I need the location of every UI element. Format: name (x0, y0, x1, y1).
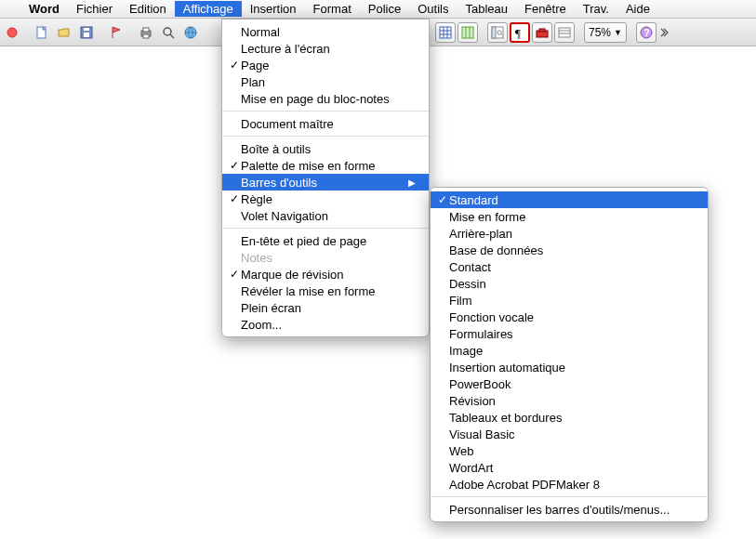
nav-pane-icon[interactable] (487, 22, 508, 43)
affichage-item-volet-navigation[interactable]: Volet Navigation (222, 207, 429, 224)
close-window-icon[interactable] (2, 22, 22, 43)
dropdown-affichage: NormalLecture à l'écran✓PagePlanMise en … (221, 19, 430, 337)
toolbars-item-fonction-vocale[interactable]: Fonction vocale (431, 309, 708, 325)
toolbars-item-mise-en-forme[interactable]: Mise en forme (431, 208, 708, 225)
affichage-item-r-v-ler-la-mise-en-forme[interactable]: Révéler la mise en forme (222, 283, 429, 299)
menu-item-aide[interactable]: Aide (617, 1, 658, 17)
menu-item-trav-[interactable]: Trav. (575, 1, 617, 17)
print-icon[interactable] (136, 22, 156, 43)
toolbars-item-dessin[interactable]: Dessin (431, 275, 708, 292)
toolbars-item-visual-basic[interactable]: Visual Basic (431, 426, 708, 442)
menu-item-label: Adobe Acrobat PDFMaker 8 (449, 478, 695, 492)
toolbars-item-wordart[interactable]: WordArt (431, 459, 708, 476)
affichage-item-document-ma-tre[interactable]: Document maître (222, 115, 429, 132)
menu-item-label: Base de données (449, 243, 695, 257)
menu-item-label: Page (241, 59, 416, 72)
submenu-arrow-icon: ▶ (408, 177, 416, 188)
web-preview-icon[interactable] (180, 22, 201, 43)
affichage-separator (222, 136, 429, 137)
toolbars-item-film[interactable]: Film (431, 292, 708, 309)
menu-item-label: Notes (241, 251, 416, 265)
svg-rect-7 (143, 34, 149, 38)
menu-item-insertion[interactable]: Insertion (242, 1, 305, 17)
affichage-item-plan[interactable]: Plan (222, 73, 429, 90)
affichage-item-plein-cran[interactable]: Plein écran (222, 299, 429, 316)
menu-item-label: Mise en page du bloc-notes (241, 92, 416, 106)
menu-item-word[interactable]: Word (20, 1, 68, 17)
affichage-item-lecture-l-cran[interactable]: Lecture à l'écran (222, 40, 429, 57)
affichage-item-bo-te-outils[interactable]: Boîte à outils (222, 140, 429, 157)
zoom-selector[interactable]: 75% ▼ (584, 22, 627, 43)
svg-rect-20 (492, 27, 496, 38)
affichage-separator (222, 111, 429, 112)
paragraph-marks-icon[interactable]: ¶ (510, 22, 530, 43)
toolbars-item-base-de-donn-es[interactable]: Base de données (431, 242, 708, 258)
toolbars-item-standard[interactable]: ✓Standard (431, 191, 708, 208)
toolbars-separator (431, 496, 708, 497)
menu-item-label: Fonction vocale (449, 310, 695, 324)
menu-item-label: Lecture à l'écran (241, 42, 416, 56)
menu-item-fichier[interactable]: Fichier (68, 1, 121, 17)
toolbars-item-image[interactable]: Image (431, 342, 708, 359)
toolbars-item-adobe-acrobat-pdfmaker-8[interactable]: Adobe Acrobat PDFMaker 8 (431, 476, 708, 493)
chevron-right-icon[interactable] (658, 22, 670, 43)
affichage-item-barres-d-outils[interactable]: Barres d'outils▶ (222, 174, 429, 191)
affichage-item-mise-en-page-du-bloc-notes[interactable]: Mise en page du bloc-notes (222, 90, 429, 107)
affichage-item-r-gle[interactable]: ✓Règle (222, 191, 429, 207)
new-doc-icon[interactable] (32, 22, 52, 43)
toolbars-item-insertion-automatique[interactable]: Insertion automatique (431, 359, 708, 375)
svg-line-9 (170, 34, 174, 38)
toolbars-item-contact[interactable]: Contact (431, 258, 708, 275)
menu-item-label: Personnaliser les barres d'outils/menus.… (449, 503, 695, 517)
menu-item-label: Mise en forme (449, 210, 695, 224)
gallery-icon[interactable] (554, 22, 575, 43)
menu-item-tableau[interactable]: Tableau (457, 1, 516, 17)
menu-item-label: Dessin (449, 277, 695, 291)
checkmark-icon: ✓ (228, 159, 241, 172)
magnifier-icon[interactable] (158, 22, 179, 43)
open-icon[interactable] (54, 22, 74, 43)
menu-item-outils[interactable]: Outils (409, 1, 457, 17)
columns-grid-icon[interactable] (458, 22, 478, 43)
svg-rect-11 (440, 27, 451, 38)
svg-text:?: ? (643, 28, 649, 38)
toolbars-item-r-vision[interactable]: Révision (431, 392, 708, 409)
affichage-item-en-t-te-et-pied-de-page[interactable]: En-tête et pied de page (222, 232, 429, 249)
affichage-item-zoom-[interactable]: Zoom... (222, 316, 429, 333)
menu-item-edition[interactable]: Edition (121, 1, 175, 17)
menu-item-label: Contact (449, 260, 695, 274)
toolbars-item-personnaliser-les-barres-d-outils-menus-[interactable]: Personnaliser les barres d'outils/menus.… (431, 501, 708, 518)
svg-text:¶: ¶ (515, 26, 521, 39)
table-grid-icon[interactable] (435, 22, 456, 43)
toolbars-item-arri-re-plan[interactable]: Arrière-plan (431, 225, 708, 242)
svg-rect-6 (143, 28, 149, 32)
menu-item-label: Palette de mise en forme (241, 159, 416, 173)
toolbars-item-tableaux-et-bordures[interactable]: Tableaux et bordures (431, 409, 708, 426)
affichage-item-page[interactable]: ✓Page (222, 57, 429, 73)
flag-icon[interactable] (106, 22, 126, 43)
menu-item-format[interactable]: Format (305, 1, 360, 17)
toolbars-item-powerbook[interactable]: PowerBook (431, 375, 708, 392)
svg-rect-25 (539, 29, 545, 32)
menu-item-fen-tre[interactable]: Fenêtre (516, 1, 575, 17)
affichage-item-palette-de-mise-en-forme[interactable]: ✓Palette de mise en forme (222, 157, 429, 174)
help-icon[interactable]: ? (636, 22, 657, 43)
menu-item-label: Normal (241, 25, 416, 39)
menu-item-police[interactable]: Police (360, 1, 409, 17)
toolbars-item-web[interactable]: Web (431, 442, 708, 459)
affichage-item-normal[interactable]: Normal (222, 23, 429, 40)
save-icon[interactable] (76, 22, 97, 43)
menu-item-affichage[interactable]: Affichage (175, 1, 242, 17)
chevron-down-icon: ▼ (614, 28, 622, 37)
affichage-item-notes: Notes (222, 249, 429, 266)
svg-rect-4 (84, 28, 89, 31)
toolbox-icon[interactable] (532, 22, 552, 43)
affichage-item-marque-de-r-vision[interactable]: ✓Marque de révision (222, 266, 429, 283)
menu-item-label: Marque de révision (241, 268, 416, 282)
checkmark-icon: ✓ (228, 192, 241, 205)
svg-rect-26 (559, 28, 570, 37)
toolbars-item-formulaires[interactable]: Formulaires (431, 325, 708, 342)
menu-item-label: Web (449, 444, 695, 458)
menu-item-label: Formulaires (449, 327, 695, 341)
menubar: WordFichierEditionAffichageInsertionForm… (0, 0, 756, 19)
